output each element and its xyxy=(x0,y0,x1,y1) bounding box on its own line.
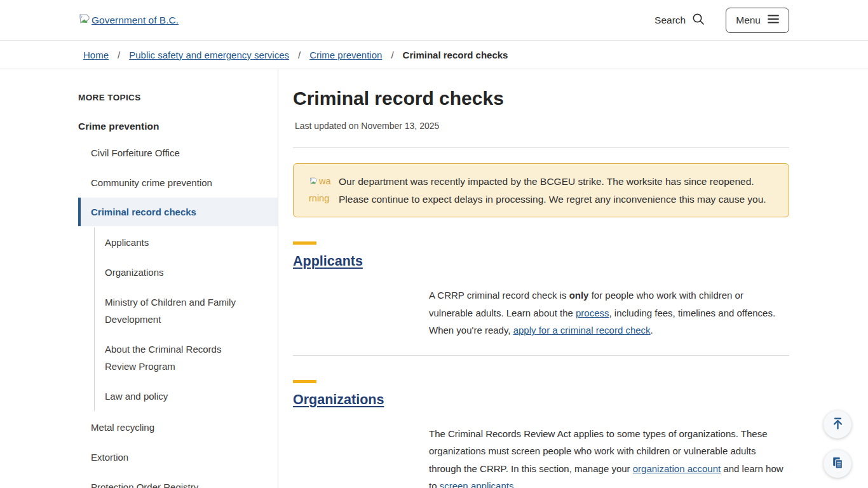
organizations-paragraph: The Criminal Records Review Act applies … xyxy=(429,425,789,488)
sidebar-subitem-law-and-policy[interactable]: Law and policy xyxy=(105,381,254,411)
applicants-heading-link[interactable]: Applicants xyxy=(293,254,363,269)
gold-accent-bar xyxy=(293,241,316,245)
arrow-up-to-line-icon xyxy=(831,417,844,432)
screen-applicants-link[interactable]: screen applicants xyxy=(440,480,514,488)
breadcrumb-current-page: Criminal record checks xyxy=(403,50,508,60)
bold-text: only xyxy=(569,290,589,301)
copy-pages-icon xyxy=(831,456,844,471)
sidebar-nav: Civil Forfeiture Office Community crime … xyxy=(78,138,278,488)
process-link[interactable]: process xyxy=(576,308,609,318)
sidebar-subitem-applicants[interactable]: Applicants xyxy=(105,227,254,257)
organizations-section: Organizations The Criminal Records Revie… xyxy=(293,380,789,488)
warning-alert-message: Our department was recently impacted by … xyxy=(339,173,776,208)
applicants-section: Applicants A CRRP criminal record check … xyxy=(293,241,789,339)
applicants-heading: Applicants xyxy=(293,253,789,270)
scroll-to-top-button[interactable] xyxy=(824,410,851,438)
breadcrumb-separator: / xyxy=(391,50,393,60)
page-title: Criminal record checks xyxy=(293,87,789,110)
title-divider xyxy=(293,147,789,148)
copy-button[interactable] xyxy=(824,450,851,478)
sidebar-item-protection-order-registry[interactable]: Protection Order Registry xyxy=(78,472,278,488)
sidebar-subitem-organizations[interactable]: Organizations xyxy=(105,257,254,287)
sidebar-subitem-about-crrp[interactable]: About the Criminal Records Review Progra… xyxy=(105,334,254,381)
search-icon xyxy=(691,12,705,29)
sidebar-item-metal-recycling[interactable]: Metal recycling xyxy=(78,412,278,442)
breadcrumb-separator: / xyxy=(118,50,120,60)
search-label: Search xyxy=(654,15,686,26)
sidebar-sublist: Applicants Organizations Ministry of Chi… xyxy=(94,227,254,411)
logo-link[interactable]: Government of B.C. xyxy=(78,13,179,28)
sidebar-section-title: Crime prevention xyxy=(78,121,278,132)
content-wrap: MORE TOPICS Crime prevention Civil Forfe… xyxy=(0,69,868,488)
sidebar-item-extortion[interactable]: Extortion xyxy=(78,442,278,472)
hamburger-icon xyxy=(768,15,779,26)
sidebar-subitem-mcfd[interactable]: Ministry of Children and Family Developm… xyxy=(105,287,254,334)
breadcrumb: Home / Public safety and emergency servi… xyxy=(0,40,868,69)
text: A CRRP criminal record check is xyxy=(429,290,569,301)
organization-account-link[interactable]: organization account xyxy=(633,463,721,474)
applicants-paragraph: A CRRP criminal record check is only for… xyxy=(429,287,789,339)
breadcrumb-home[interactable]: Home xyxy=(83,50,109,60)
search-button[interactable]: Search xyxy=(651,11,709,29)
logo-alt-text: Government of B.C. xyxy=(92,15,179,26)
menu-button[interactable]: Menu xyxy=(726,8,789,33)
last-updated: Last updated on November 13, 2025 xyxy=(293,121,789,131)
sidebar-heading: MORE TOPICS xyxy=(78,93,278,102)
broken-image-icon xyxy=(78,13,91,28)
gold-accent-bar xyxy=(293,380,316,383)
breadcrumb-crime-prevention[interactable]: Crime prevention xyxy=(309,50,382,60)
text: . xyxy=(651,325,653,336)
breadcrumb-separator: / xyxy=(298,50,301,60)
warning-alert-image: warning xyxy=(309,173,332,208)
main-content: Criminal record checks Last updated on N… xyxy=(278,69,868,488)
sidebar-item-civil-forfeiture[interactable]: Civil Forfeiture Office xyxy=(78,138,278,168)
apply-for-criminal-record-check-link[interactable]: apply for a criminal record check xyxy=(513,325,651,336)
warning-alert: warning Our department was recently impa… xyxy=(293,163,789,217)
warning-broken-image-icon xyxy=(309,176,319,186)
menu-label: Menu xyxy=(736,15,761,26)
section-divider xyxy=(293,355,789,356)
sidebar: MORE TOPICS Crime prevention Civil Forfe… xyxy=(0,69,278,488)
organizations-heading: Organizations xyxy=(293,391,789,409)
breadcrumb-public-safety[interactable]: Public safety and emergency services xyxy=(129,50,289,60)
sidebar-item-criminal-record-checks[interactable]: Criminal record checks xyxy=(78,198,278,226)
header-actions: Search Menu xyxy=(651,8,789,33)
text: . xyxy=(513,480,516,488)
header: Government of B.C. Search Menu xyxy=(0,0,868,40)
organizations-heading-link[interactable]: Organizations xyxy=(293,392,384,407)
sidebar-item-community-crime-prevention[interactable]: Community crime prevention xyxy=(78,168,278,198)
